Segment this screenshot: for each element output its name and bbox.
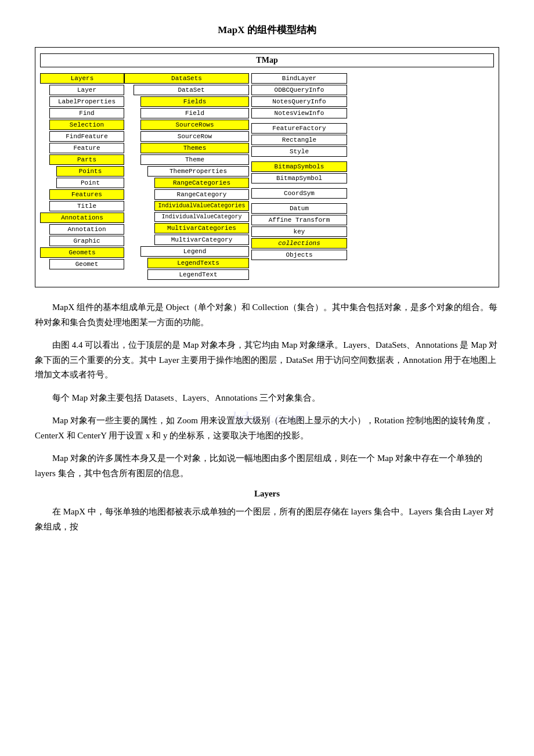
node-point: Point [56,178,124,188]
paragraph-5: Map 对象的许多属性本身又是一个对象，比如说一幅地图由多个图层组成，则在一个 … [35,451,499,481]
node-parts: Parts [49,154,124,165]
node-multivarcategory: MultivarCategory [154,235,249,245]
node-featurefactory: FeatureFactory [251,123,347,134]
node-rangecategory: RangeCategory [154,189,249,200]
node-key: key [251,226,347,237]
node-theme: Theme [140,154,249,165]
node-annotation: Annotation [49,224,124,235]
diagram-col3: BindLayer ODBCQueryInfo NotesQueryInfo N… [251,73,347,261]
diagram-col2: DataSets DataSet Fields Field SourceRows… [124,73,249,281]
node-themeproperties: ThemeProperties [147,166,249,177]
node-legendtext: LegendText [147,269,249,280]
node-legend: Legend [140,246,249,257]
node-fields: Fields [140,96,249,107]
node-affinetransform: Affine Transform [251,215,347,225]
diagram-container: TMap Layers Layer LabelProperties Find S… [35,47,499,287]
node-collections: collections [251,238,347,249]
node-individualvaluecategory: IndividualValueCategory [154,212,249,222]
node-geomet: Geomet [49,259,124,269]
paragraph-last: 在 MapX 中，每张单独的地图都被表示成单独的一个图层，所有的图层存储在 la… [35,505,499,534]
node-title: Title [49,201,124,211]
paragraph-3: 每个 Map 对象主要包括 Datasets、Layers、Annotation… [35,391,499,406]
node-layer: Layer [49,85,124,95]
paragraph-4: Map 对象有一些主要的属性，如 Zoom 用来设置放大级别（在地图上显示的大小… [35,413,499,443]
node-notesviewinfo: NotesViewInfo [251,108,347,118]
node-datasets: DataSets [124,73,249,84]
content-area: bdocx.com MapX 组件的基本组成单元是 Object（单个对象）和 … [35,300,499,534]
page-title: MapX 的组件模型结构 [35,23,499,37]
node-legendtexts: LegendTexts [147,258,249,268]
node-annotations: Annotations [40,213,124,223]
node-layers: Layers [40,73,124,84]
diagram-title: TMap [40,53,494,67]
node-field: Field [140,108,249,118]
node-rectangle: Rectangle [251,135,347,145]
node-features: Features [49,189,124,200]
node-coordsym: CoordSym [251,188,347,199]
node-objects: Objects [251,250,347,260]
node-multivarcategories: MultivarCategories [154,223,249,233]
node-style: Style [251,146,347,157]
node-notesqueryinfo: NotesQueryInfo [251,96,347,107]
paragraph-2: 由图 4.4 可以看出，位于顶层的是 Map 对象本身，其它均由 Map 对象继… [35,338,499,383]
node-sourcerow: SourceRow [140,131,249,142]
node-dataset: DataSet [134,85,249,95]
paragraph-1: MapX 组件的基本组成单元是 Object（单个对象）和 Collection… [35,300,499,330]
node-themes: Themes [140,143,249,153]
node-odbcqueryinfo: ODBCQueryInfo [251,85,347,95]
node-rangecategories: RangeCategories [154,178,249,188]
node-bindlayer: BindLayer [251,73,347,84]
node-bitmapsymbols: BitmapSymbols [251,161,347,172]
node-findfeature: FindFeature [49,131,124,142]
node-find: Find [49,108,124,118]
node-points: Points [56,166,124,177]
node-datum: Datum [251,203,347,214]
node-graphic: Graphic [49,236,124,246]
node-individualvaluecategories: IndividualValueCategories [154,201,249,211]
node-bitmapsymbol: BitmapSymbol [251,173,347,183]
node-sourcerows: SourceRows [140,120,249,130]
node-geomets: Geomets [40,247,124,258]
node-feature: Feature [49,143,124,153]
node-labelproperties: LabelProperties [49,96,124,107]
diagram-col1: Layers Layer LabelProperties Find Select… [40,73,124,271]
node-selection: Selection [49,120,124,130]
section-heading-layers: Layers [35,489,499,499]
